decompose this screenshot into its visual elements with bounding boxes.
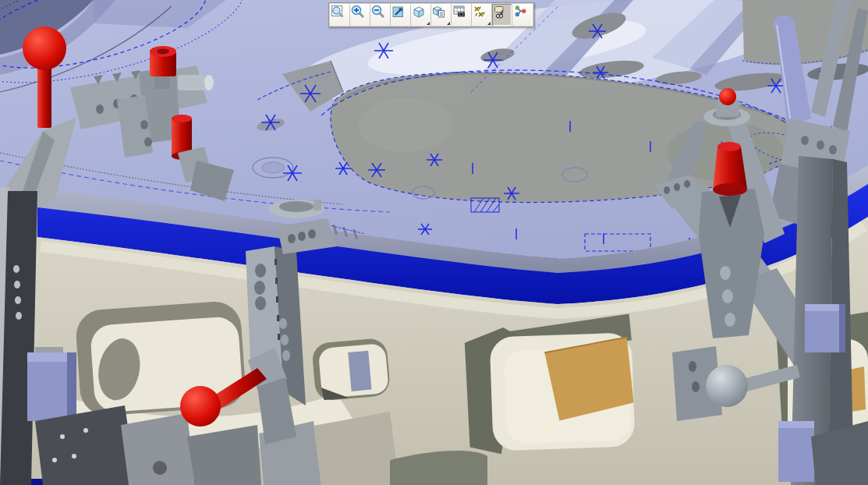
dropdown-corner-icon <box>447 22 450 25</box>
visible-space-button[interactable] <box>492 4 512 26</box>
zoom-window-button[interactable] <box>330 4 350 26</box>
gray-ball-handle[interactable] <box>706 365 748 407</box>
named-views-button[interactable] <box>431 4 452 26</box>
red-ball-handle-left[interactable] <box>23 27 66 70</box>
column-holes <box>254 264 266 310</box>
links-graph-button[interactable] <box>512 4 533 26</box>
pocket-orange <box>464 313 636 455</box>
named-views-icon <box>431 4 447 19</box>
dropdown-corner-icon <box>427 22 430 25</box>
cad-viewport[interactable] <box>0 0 868 485</box>
isometric-view-button[interactable] <box>411 4 431 26</box>
zoom-in-icon <box>350 4 366 19</box>
red-ball-handle-center[interactable] <box>180 386 221 427</box>
scene-3d[interactable] <box>0 0 868 485</box>
zoom-out-button[interactable] <box>370 4 391 26</box>
normal-view-button[interactable] <box>391 4 411 26</box>
nc-block-left[interactable] <box>27 347 76 421</box>
view-toolbar[interactable] <box>328 2 534 27</box>
annotations-toggle-button[interactable] <box>472 4 492 26</box>
capture-icon <box>452 4 467 19</box>
red-knob-left[interactable] <box>150 46 176 76</box>
links-graph-icon <box>512 4 528 19</box>
dropdown-corner-icon <box>487 22 491 25</box>
red-knob-right[interactable] <box>719 88 736 105</box>
zoom-window-icon <box>330 4 345 19</box>
zoom-out-icon <box>370 4 386 19</box>
visible-space-icon <box>492 4 508 19</box>
zoom-in-button[interactable] <box>350 4 370 26</box>
isometric-view-icon <box>411 4 427 19</box>
normal-view-icon <box>391 4 406 19</box>
capture-button[interactable] <box>452 4 472 26</box>
pocket-center <box>311 338 391 402</box>
annotations-toggle-icon <box>472 4 487 19</box>
red-handle-stem <box>37 64 51 128</box>
